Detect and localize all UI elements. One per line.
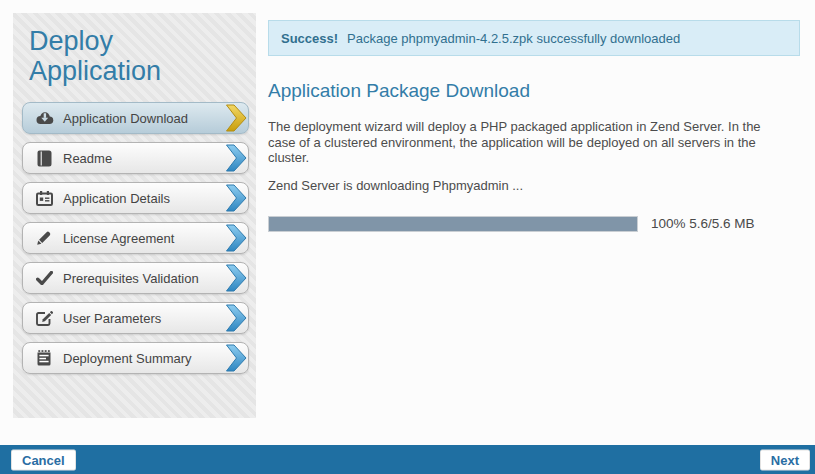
- sidebar-item-license-agreement[interactable]: License Agreement: [22, 222, 249, 254]
- edit-icon: [34, 310, 54, 326]
- success-banner-message: Package phpmyadmin-4.2.5.zpk successfull…: [347, 31, 680, 46]
- page-title: Application Package Download: [268, 80, 800, 102]
- wizard-sidebar: Deploy Application Application Download …: [13, 13, 256, 418]
- sidebar-item-label: Readme: [63, 151, 112, 166]
- notepad-icon: [34, 350, 54, 366]
- main-content: Success! Package phpmyadmin-4.2.5.zpk su…: [268, 0, 800, 232]
- sidebar-item-readme[interactable]: Readme: [22, 142, 249, 174]
- wizard-footer: Cancel Next: [0, 445, 815, 474]
- success-banner: Success! Package phpmyadmin-4.2.5.zpk su…: [268, 20, 800, 56]
- sidebar-item-application-details[interactable]: Application Details: [22, 182, 249, 214]
- deploy-application-wizard: Deploy Application Application Download …: [0, 0, 815, 474]
- sidebar-item-label: Deployment Summary: [63, 351, 192, 366]
- cloud-download-icon: [34, 111, 54, 125]
- sidebar-item-deployment-summary[interactable]: Deployment Summary: [22, 342, 249, 374]
- chevron-right-icon: [226, 264, 247, 292]
- sidebar-item-prerequisites-validation[interactable]: Prerequisites Validation: [22, 262, 249, 294]
- next-button[interactable]: Next: [760, 449, 810, 470]
- check-icon: [34, 271, 54, 285]
- sidebar-item-label: License Agreement: [63, 231, 174, 246]
- download-progress-fill: [269, 217, 637, 231]
- sidebar-item-user-parameters[interactable]: User Parameters: [22, 302, 249, 334]
- clipboard-icon: [34, 190, 54, 206]
- sidebar-item-label: Application Download: [63, 111, 188, 126]
- chevron-right-icon: [226, 104, 247, 132]
- download-progress-row: 100% 5.6/5.6 MB: [268, 216, 800, 232]
- wizard-description: The deployment wizard will deploy a PHP …: [268, 119, 780, 166]
- chevron-right-icon: [226, 304, 247, 332]
- chevron-right-icon: [226, 224, 247, 252]
- chevron-right-icon: [226, 344, 247, 372]
- download-progress-label: 100% 5.6/5.6 MB: [651, 216, 755, 231]
- book-icon: [34, 150, 54, 167]
- download-status-text: Zend Server is downloading Phpmyadmin ..…: [268, 178, 800, 193]
- success-banner-title: Success!: [281, 31, 338, 46]
- cancel-button[interactable]: Cancel: [11, 449, 76, 470]
- wizard-title: Deploy Application: [29, 26, 242, 86]
- sidebar-item-label: Application Details: [63, 191, 170, 206]
- sidebar-item-label: User Parameters: [63, 311, 161, 326]
- chevron-right-icon: [226, 144, 247, 172]
- download-progress-bar: [268, 216, 638, 232]
- pencil-icon: [34, 230, 54, 246]
- wizard-steps: Application Download Readme Application …: [13, 102, 256, 374]
- sidebar-item-application-download[interactable]: Application Download: [22, 102, 249, 134]
- sidebar-item-label: Prerequisites Validation: [63, 271, 199, 286]
- chevron-right-icon: [226, 184, 247, 212]
